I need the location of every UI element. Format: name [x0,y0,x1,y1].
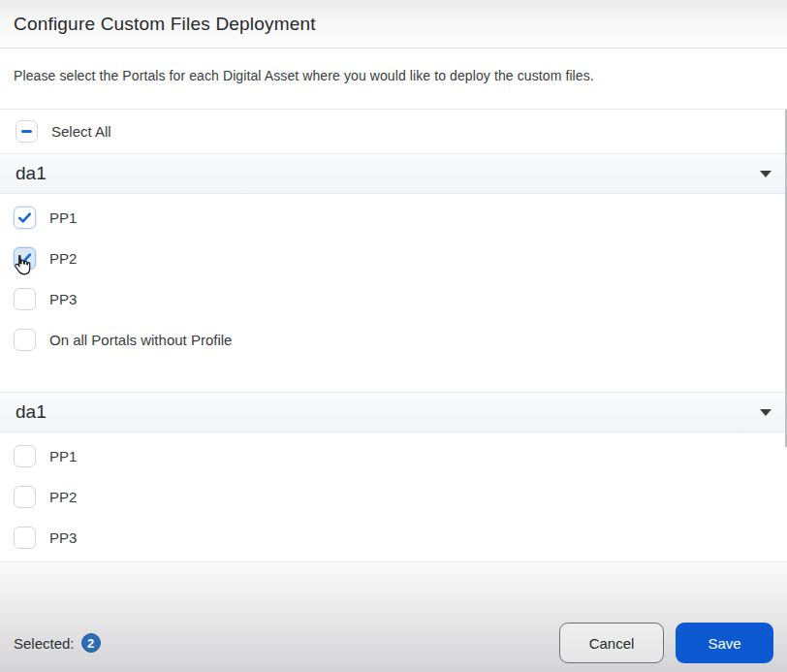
portal-checkbox[interactable] [14,329,36,351]
dialog-header: Configure Custom Files Deployment [0,0,787,48]
cancel-button[interactable]: Cancel [559,623,664,663]
portal-checkbox[interactable] [14,247,36,270]
portal-label: PP2 [49,250,77,267]
chevron-down-icon[interactable] [760,171,771,177]
portal-checkbox[interactable] [14,486,36,508]
indeterminate-dash-icon [21,130,32,134]
portal-row[interactable]: PP2 [0,238,787,278]
portal-checkbox[interactable] [14,445,36,467]
portal-row[interactable]: On all Portals without Profile [0,558,787,562]
save-button[interactable]: Save [676,623,773,663]
portal-label: On all Portals without Profile [49,332,232,348]
selected-summary: Selected: 2 [14,633,101,653]
asset-group-items: PP1 PP2 PP3 On all Portals without Profi… [0,432,787,562]
asset-group-header[interactable]: da1 [0,153,787,194]
selected-count-badge: 2 [81,633,101,653]
portal-row[interactable]: PP1 [0,435,787,476]
dialog-footer: Selected: 2 Cancel Save [0,563,787,672]
portal-label: PP2 [49,489,77,505]
portal-row[interactable]: PP3 [0,517,787,558]
asset-group-name: da1 [16,401,47,423]
check-icon [16,209,33,226]
asset-group-items: PP1 PP2 PP3 On all Portals without Profi… [0,194,787,360]
selected-label: Selected: [14,635,75,652]
portal-row[interactable]: PP2 [0,476,787,517]
select-all-checkbox[interactable] [16,120,38,143]
portal-selection-list: Select All da1 PP1 PP2 PP3 [0,109,787,562]
portal-row[interactable]: On all Portals without Profile [0,319,787,360]
select-all-row[interactable]: Select All [0,110,787,153]
portal-row[interactable]: PP1 [0,197,787,238]
select-all-label: Select All [51,123,111,140]
portal-checkbox[interactable] [14,288,36,310]
asset-group-header[interactable]: da1 [0,392,787,432]
portal-label: PP3 [49,529,77,546]
dialog-title: Configure Custom Files Deployment [14,14,316,35]
portal-label: PP1 [49,209,77,226]
portal-label: PP3 [49,291,77,307]
dialog-description: Please select the Portals for each Digit… [14,68,773,83]
asset-group-name: da1 [16,163,47,184]
portal-label: PP1 [49,448,77,464]
check-icon [16,250,33,267]
portal-row[interactable]: PP3 [0,278,787,319]
portal-checkbox[interactable] [14,527,36,549]
chevron-down-icon[interactable] [760,409,771,416]
portal-checkbox[interactable] [14,207,36,229]
